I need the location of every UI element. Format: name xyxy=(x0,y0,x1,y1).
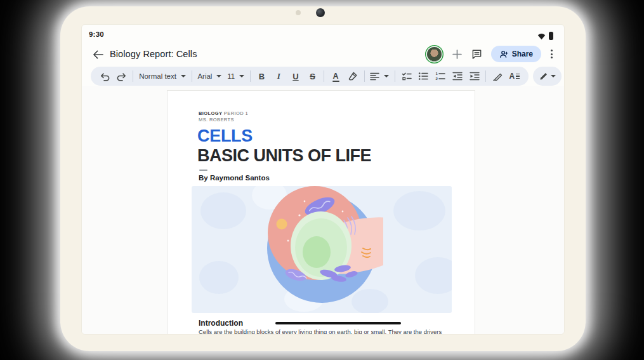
toolbar-divider xyxy=(133,70,133,82)
wifi-icon xyxy=(537,32,546,40)
toolbar-pill: Normal text Arial 11 B I U S A xyxy=(91,67,529,86)
status-bar: 9:30 xyxy=(82,25,564,43)
doc-meta-period: PERIOD 1 xyxy=(222,110,248,116)
pencil-icon xyxy=(539,72,548,81)
toolbar-divider xyxy=(395,70,395,82)
format-options-icon[interactable]: A xyxy=(509,69,520,83)
font-size-value: 11 xyxy=(227,72,235,80)
toolbar-divider xyxy=(192,70,192,82)
chevron-down-icon xyxy=(384,75,389,77)
paragraph-style-value: Normal text xyxy=(139,72,176,80)
chevron-down-icon xyxy=(551,75,556,77)
align-left-icon xyxy=(370,72,379,81)
account-avatar[interactable] xyxy=(427,47,442,62)
doc-heading-accent: CELLS xyxy=(197,126,253,146)
comment-icon[interactable] xyxy=(471,48,483,60)
share-label: Share xyxy=(512,50,533,58)
ink-annotation-line xyxy=(275,322,401,324)
app-bar: Biology Report: Cells Share xyxy=(82,43,564,65)
svg-text:1: 1 xyxy=(436,72,438,76)
text-color-button[interactable]: A xyxy=(330,69,341,83)
text-color-letter: A xyxy=(333,72,339,81)
toolbar-divider xyxy=(324,70,324,82)
document-canvas: BIOLOGY PERIOD 1 MS. ROBERTS CELLS BASIC… xyxy=(82,86,564,335)
doc-body-text: Cells are the building blocks of every l… xyxy=(199,328,447,335)
light-sensor xyxy=(296,10,301,15)
format-options-letter: A xyxy=(509,72,515,81)
doc-meta-line1: BIOLOGY PERIOD 1 xyxy=(199,110,248,116)
clock: 9:30 xyxy=(89,30,104,38)
chevron-down-icon xyxy=(181,75,186,77)
person-add-icon xyxy=(499,50,508,58)
strikethrough-button[interactable]: S xyxy=(307,69,319,83)
italic-button[interactable]: I xyxy=(273,69,284,83)
battery-icon xyxy=(549,32,553,40)
tablet-device: 9:30 Biology Report: Cells xyxy=(60,6,586,351)
doc-byline: By Raymond Santos xyxy=(199,174,270,182)
cell-cutaway-graphic xyxy=(263,186,383,312)
doc-section-heading: Introduction xyxy=(199,319,243,328)
bulleted-list-icon[interactable] xyxy=(417,69,429,83)
checklist-icon[interactable] xyxy=(401,69,412,83)
doc-meta-line2: MS. ROBERTS xyxy=(199,117,234,123)
overflow-menu-icon[interactable] xyxy=(549,47,554,61)
chevron-down-icon xyxy=(216,75,221,77)
formatting-toolbar: Normal text Arial 11 B I U S A xyxy=(82,67,564,86)
paragraph-style-select[interactable]: Normal text xyxy=(139,72,186,80)
tablet-screen: 9:30 Biology Report: Cells xyxy=(81,24,565,335)
font-family-value: Arial xyxy=(197,72,212,80)
edit-mode-button[interactable] xyxy=(533,67,562,86)
bold-button[interactable]: B xyxy=(256,69,268,83)
font-size-select[interactable]: 11 xyxy=(227,72,244,80)
document-page[interactable]: BIOLOGY PERIOD 1 MS. ROBERTS CELLS BASIC… xyxy=(167,90,475,335)
toolbar-divider xyxy=(364,70,365,82)
pen-tool-icon[interactable] xyxy=(492,69,503,83)
toolbar-divider xyxy=(250,70,251,82)
share-button[interactable]: Share xyxy=(491,46,541,62)
undo-icon[interactable] xyxy=(99,69,110,83)
numbered-list-icon[interactable]: 12 xyxy=(435,69,446,83)
chevron-down-icon xyxy=(239,75,244,77)
increase-indent-icon[interactable] xyxy=(469,69,480,83)
toolbar-divider xyxy=(485,70,486,82)
underline-button[interactable]: U xyxy=(290,69,301,83)
doc-divider-dash xyxy=(199,170,207,171)
document-title[interactable]: Biology Report: Cells xyxy=(110,49,197,59)
doc-meta-course: BIOLOGY xyxy=(199,110,222,116)
redo-icon[interactable] xyxy=(116,69,128,83)
font-family-select[interactable]: Arial xyxy=(197,72,221,80)
front-camera xyxy=(316,8,325,17)
align-select[interactable] xyxy=(370,72,389,81)
svg-text:2: 2 xyxy=(436,77,438,81)
back-icon[interactable] xyxy=(91,48,105,62)
doc-heading-main: BASIC UNITS OF LIFE xyxy=(197,146,371,166)
cell-illustration xyxy=(192,186,452,313)
add-icon[interactable] xyxy=(452,48,463,60)
decrease-indent-icon[interactable] xyxy=(452,69,463,83)
highlight-color-icon[interactable] xyxy=(347,69,358,83)
